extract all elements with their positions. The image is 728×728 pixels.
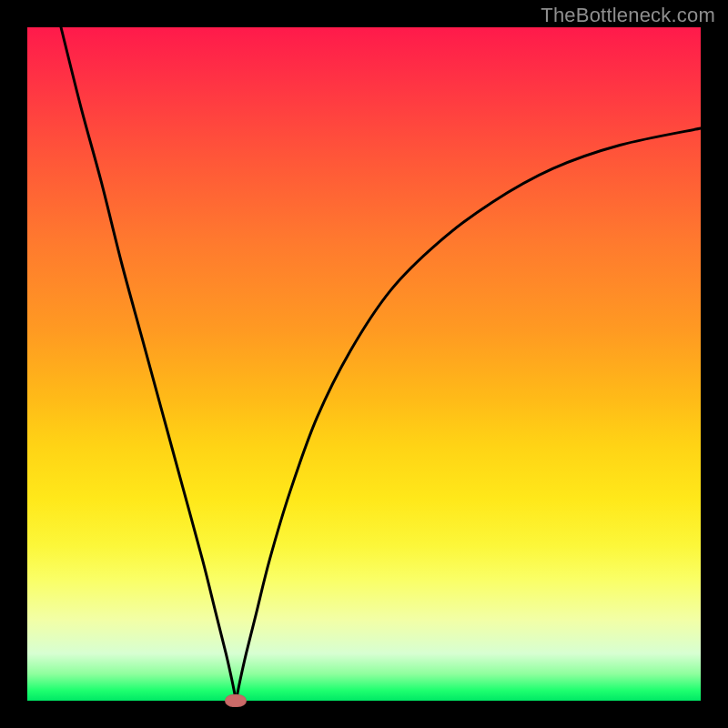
curve-left-branch <box>61 27 236 701</box>
plot-area <box>27 27 701 701</box>
curve-right-branch <box>236 128 701 701</box>
optimum-marker <box>225 694 247 707</box>
chart-frame: TheBottleneck.com <box>0 0 728 728</box>
watermark-text: TheBottleneck.com <box>541 4 715 27</box>
bottleneck-curve <box>27 27 701 701</box>
